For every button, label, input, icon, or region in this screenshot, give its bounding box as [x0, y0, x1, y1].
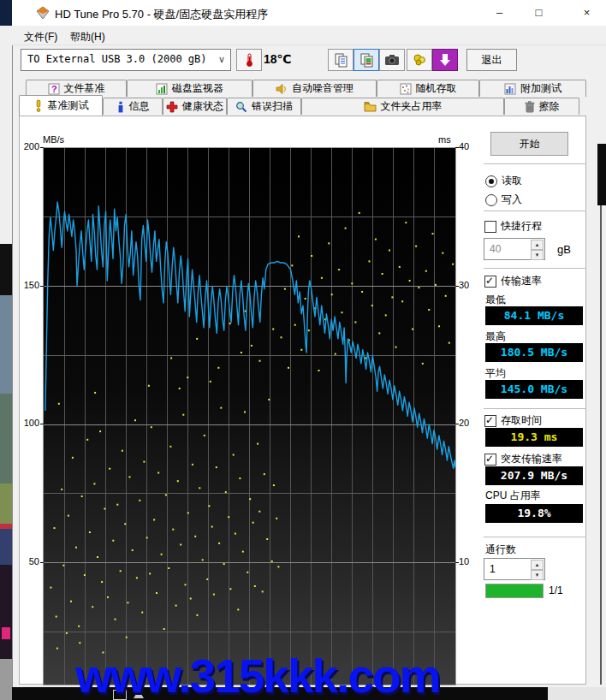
exit-button[interactable]: 退出 — [466, 49, 517, 71]
pass-progress-label: 1/1 — [549, 584, 563, 596]
drive-select[interactable]: TO External USB 3.0 (2000 gB) ∨ — [21, 49, 231, 71]
read-radio[interactable] — [485, 175, 497, 187]
spinner-buttons[interactable]: ▲▼ — [531, 560, 544, 578]
tick-mark — [455, 562, 459, 563]
y-right-tick-30: 30 — [459, 280, 469, 290]
spin-up-icon[interactable]: ▲ — [531, 240, 544, 250]
copy-text-icon — [334, 53, 348, 68]
tab-extra-tests[interactable]: 附加测试 — [479, 80, 586, 97]
tab-label: 磁盘监视器 — [172, 81, 223, 96]
tab-label: 错误扫描 — [252, 99, 293, 114]
desktop-fragment — [2, 627, 10, 639]
write-radio[interactable] — [485, 194, 497, 206]
spinner-buttons[interactable]: ▲▼ — [531, 240, 544, 258]
min-label: 最低 — [485, 293, 506, 307]
tab-aam[interactable]: 自动噪音管理 — [253, 80, 377, 97]
background-window-fragment — [597, 144, 606, 205]
burst-rate-row[interactable]: 突发传输速率 — [484, 452, 562, 466]
tab-label: 擦除 — [539, 99, 560, 114]
separator — [484, 408, 586, 409]
tab-random-access[interactable]: 随机存取 — [377, 80, 479, 97]
benchmark-chart — [43, 147, 456, 685]
disk-monitor-icon — [156, 83, 168, 95]
tab-benchmark[interactable]: 基准测试 — [19, 95, 103, 116]
tab-error-scan[interactable]: 错误扫描 — [227, 98, 301, 115]
save-results-button[interactable] — [432, 49, 458, 71]
tab-erase[interactable]: 擦除 — [504, 98, 579, 115]
separator — [484, 268, 586, 269]
max-value: 180.5 MB/s — [485, 343, 583, 362]
copy-text-button[interactable] — [328, 49, 354, 71]
desktop-fragment — [0, 524, 12, 529]
desktop-fragment — [0, 244, 12, 295]
y-left-tick-150: 150 — [14, 280, 39, 290]
avg-label: 平均 — [485, 366, 506, 381]
app-icon — [36, 6, 50, 20]
access-time-checkbox[interactable] — [484, 415, 496, 427]
burst-rate-value: 207.9 MB/s — [485, 466, 583, 485]
tab-row-2: 基准测试 信息 健康状态 错误扫描 文件夹占用率 擦除 — [19, 98, 579, 116]
temperature-button[interactable] — [236, 49, 262, 71]
tab-file-benchmark[interactable]: ? 文件基准 — [26, 80, 127, 97]
access-time-row[interactable]: 存取时间 — [484, 413, 542, 428]
short-stroke-value: 40 — [490, 243, 501, 255]
pass-count-value: 1 — [490, 563, 496, 575]
close-button[interactable]: × — [567, 0, 606, 26]
screen: HD Tune Pro 5.70 - 硬盘/固态硬盘实用程序 – □ × 文件(… — [0, 0, 606, 700]
short-stroke-row[interactable]: 快捷行程 — [484, 219, 542, 234]
y-right-axis-unit: ms — [438, 134, 451, 145]
maximize-button[interactable]: □ — [520, 0, 558, 26]
burst-rate-checkbox[interactable] — [484, 454, 496, 466]
copy-image-button[interactable] — [354, 49, 379, 71]
tab-health[interactable]: 健康状态 — [163, 98, 227, 115]
desktop-fragment — [0, 524, 12, 565]
short-stroke-unit: gB — [557, 243, 571, 256]
spin-up-icon[interactable]: ▲ — [531, 560, 544, 570]
speaker-icon — [276, 83, 288, 95]
title-bar[interactable]: HD Tune Pro 5.70 - 硬盘/固态硬盘实用程序 – □ × — [12, 0, 606, 26]
tick-mark — [40, 147, 44, 148]
tab-info[interactable]: 信息 — [103, 98, 163, 115]
start-button[interactable]: 开始 — [490, 132, 568, 156]
access-time-value: 19.3 ms — [485, 428, 583, 447]
y-left-tick-200: 200 — [14, 141, 39, 151]
temperature-value: 18℃ — [264, 52, 292, 66]
transfer-rate-checkbox[interactable] — [484, 276, 496, 288]
short-stroke-checkbox[interactable] — [484, 221, 496, 233]
progress-fill — [486, 584, 543, 597]
y-left-tick-50: 50 — [14, 556, 39, 567]
window-bottom-frame — [548, 687, 606, 700]
tick-mark — [40, 424, 44, 424]
tab-folder-usage[interactable]: 文件夹占用率 — [301, 98, 504, 115]
desktop-fragment — [0, 659, 12, 700]
thermometer-icon — [244, 52, 254, 68]
trash-icon — [525, 101, 535, 113]
minimize-button[interactable]: – — [480, 0, 519, 26]
y-right-tick-40: 40 — [459, 141, 469, 151]
health-cross-icon — [166, 101, 178, 113]
tick-mark — [455, 286, 459, 287]
tab-label: 附加测试 — [520, 81, 561, 96]
tab-label: 基准测试 — [48, 98, 89, 113]
menu-file[interactable]: 文件(F) — [19, 28, 62, 46]
pass-count-spinner[interactable]: 1 ▲▼ — [484, 558, 545, 580]
short-stroke-label: 快捷行程 — [501, 219, 542, 234]
spin-down-icon[interactable]: ▼ — [531, 570, 544, 580]
screenshot-button[interactable] — [379, 49, 405, 71]
max-label: 最高 — [485, 329, 506, 344]
burst-rate-label: 突发传输速率 — [501, 452, 562, 466]
avg-value: 145.0 MB/s — [485, 380, 583, 399]
spin-down-icon[interactable]: ▼ — [531, 250, 544, 260]
gold-button[interactable] — [407, 49, 432, 71]
magnifier-icon — [235, 101, 247, 113]
min-value: 84.1 MB/s — [485, 306, 583, 325]
read-radio-label: 读取 — [502, 174, 522, 188]
gold-icon — [413, 53, 427, 67]
transfer-rate-row[interactable]: 传输速率 — [484, 274, 542, 288]
read-radio-row[interactable]: 读取 — [485, 174, 522, 188]
write-radio-row[interactable]: 写入 — [485, 193, 522, 207]
menu-help[interactable]: 帮助(H) — [65, 28, 110, 46]
tab-disk-monitor[interactable]: 磁盘监视器 — [127, 80, 253, 97]
desktop-fragment — [0, 26, 12, 244]
short-stroke-spinner[interactable]: 40 ▲▼ — [484, 238, 545, 260]
